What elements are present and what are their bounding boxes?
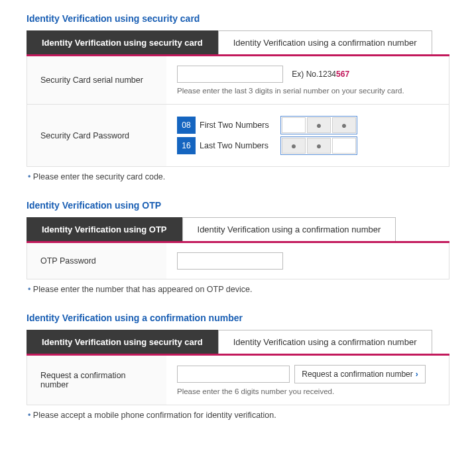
pw-desc: First Two Numbers xyxy=(200,121,280,130)
row-body xyxy=(166,243,449,279)
pw-line-last: 16 Last Two Numbers ● ● xyxy=(177,136,438,155)
button-label: Request a confirmation number xyxy=(302,370,412,379)
pw-mask-cell: ● xyxy=(307,117,331,133)
request-confirmation-button[interactable]: Request a confirmation number › xyxy=(294,365,425,383)
tab-otp[interactable]: Identity Verification using OTP xyxy=(27,217,182,241)
row-otp-password: OTP Password xyxy=(27,243,449,279)
section-note: Please enter the security card code. xyxy=(27,172,449,181)
tabs: Identity Verification using security car… xyxy=(27,330,449,356)
row-request-confirmation: Request a confirmation number Request a … xyxy=(27,356,449,405)
pw-badge: 16 xyxy=(177,137,196,154)
row-body: 08 First Two Numbers ● ● 16 Last Two Num… xyxy=(166,105,449,166)
otp-password-input[interactable] xyxy=(177,252,283,270)
section-otp: Identity Verification using OTP Identity… xyxy=(27,200,449,294)
pw-mask-cell: ● xyxy=(282,138,306,154)
section-note: Please accept a mobile phone confirmatio… xyxy=(27,411,449,420)
pw-input-cell[interactable] xyxy=(282,117,306,133)
serial-number-input[interactable] xyxy=(177,66,283,83)
pw-cells-first: ● ● xyxy=(280,116,357,134)
row-label: OTP Password xyxy=(27,243,166,279)
pw-cells-last: ● ● xyxy=(280,136,357,155)
row-card-password: Security Card Password 08 First Two Numb… xyxy=(27,105,449,167)
row-body: Request a confirmation number › Please e… xyxy=(166,356,449,405)
tab-security-card[interactable]: Identity Verification using security car… xyxy=(27,330,218,354)
tab-confirmation-number[interactable]: Identity Verification using a confirmati… xyxy=(182,217,396,241)
section-confirmation-number: Identity Verification using a confirmati… xyxy=(27,313,449,420)
pw-input-cell[interactable] xyxy=(332,138,356,154)
tab-security-card[interactable]: Identity Verification using security car… xyxy=(27,30,218,54)
confirmation-hint: Please enter the 6 digits number you rec… xyxy=(177,387,438,395)
tab-confirmation-number[interactable]: Identity Verification using a confirmati… xyxy=(218,330,432,354)
row-label: Security Card serial number xyxy=(27,56,166,104)
chevron-right-icon: › xyxy=(416,370,418,379)
serial-hint: Please enter the last 3 digits in serial… xyxy=(177,87,438,95)
pw-desc: Last Two Numbers xyxy=(200,141,280,150)
tabs: Identity Verification using security car… xyxy=(27,30,449,56)
example-prefix: Ex) No.1234 xyxy=(292,70,336,79)
tabs: Identity Verification using OTP Identity… xyxy=(27,217,449,243)
pw-mask-cell: ● xyxy=(307,138,331,154)
row-label: Request a confirmation number xyxy=(27,356,166,405)
tab-confirmation-number[interactable]: Identity Verification using a confirmati… xyxy=(218,30,432,54)
example-suffix: 567 xyxy=(336,70,349,79)
section-title: Identity Verification using security car… xyxy=(27,13,449,24)
pw-line-first: 08 First Two Numbers ● ● xyxy=(177,116,438,134)
section-title: Identity Verification using OTP xyxy=(27,200,449,211)
row-body: Ex) No.1234567 Please enter the last 3 d… xyxy=(166,56,449,104)
row-serial-number: Security Card serial number Ex) No.12345… xyxy=(27,56,449,105)
section-title: Identity Verification using a confirmati… xyxy=(27,313,449,323)
pw-mask-cell: ● xyxy=(332,117,356,133)
section-note: Please enter the number that has appeare… xyxy=(27,285,449,294)
section-security-card: Identity Verification using security car… xyxy=(27,13,449,181)
row-label: Security Card Password xyxy=(27,105,166,166)
confirmation-number-input[interactable] xyxy=(177,366,290,383)
serial-example: Ex) No.1234567 xyxy=(292,70,349,79)
pw-badge: 08 xyxy=(177,117,196,134)
